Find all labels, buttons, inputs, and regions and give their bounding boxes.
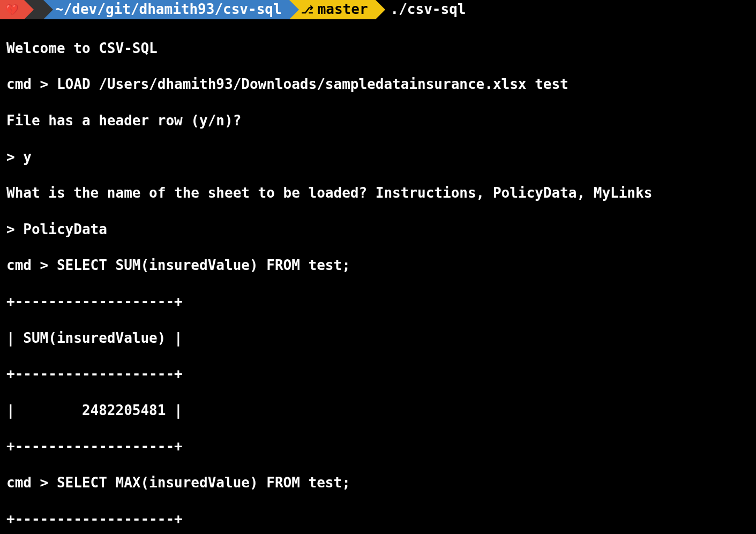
executed-command: ./csv-sql [391, 1, 466, 19]
table-border: +-------------------+ [6, 365, 750, 383]
query-max-cmd: cmd > SELECT MAX(insuredValue) FROM test… [6, 474, 750, 492]
table-header: | SUM(insuredValue) | [6, 329, 750, 348]
prompt-segment-status: 💔 [0, 0, 24, 19]
header-answer-line: > y [6, 148, 750, 167]
table-border: +-------------------+ [6, 438, 750, 456]
prompt-segment-command: ./csv-sql [376, 0, 474, 19]
terminal-output[interactable]: Welcome to CSV-SQL cmd > LOAD /Users/dha… [0, 21, 756, 534]
prompt-segment-path: ~/dev/git/dhamith93/csv-sql [43, 0, 289, 19]
git-branch-icon: ⎇ [301, 3, 313, 17]
table-border: +-------------------+ [6, 293, 750, 311]
table-row: | 2482205481 | [6, 402, 750, 420]
table-border: +-------------------+ [6, 510, 750, 529]
current-path: ~/dev/git/dhamith93/csv-sql [55, 1, 282, 19]
load-command-line: cmd > LOAD /Users/dhamith93/Downloads/sa… [6, 76, 750, 94]
query-sum-cmd: cmd > SELECT SUM(insuredValue) FROM test… [6, 257, 750, 275]
git-branch-name: master [318, 1, 368, 19]
welcome-line: Welcome to CSV-SQL [6, 40, 750, 58]
prompt-segment-git: ⎇ master [289, 0, 376, 19]
sheet-prompt-line: What is the name of the sheet to be load… [6, 184, 750, 202]
broken-heart-icon: 💔 [5, 3, 19, 17]
sheet-answer-line: > PolicyData [6, 221, 750, 239]
header-prompt-line: File has a header row (y/n)? [6, 112, 750, 130]
shell-prompt-bar: 💔 ~/dev/git/dhamith93/csv-sql ⎇ master .… [0, 0, 756, 19]
